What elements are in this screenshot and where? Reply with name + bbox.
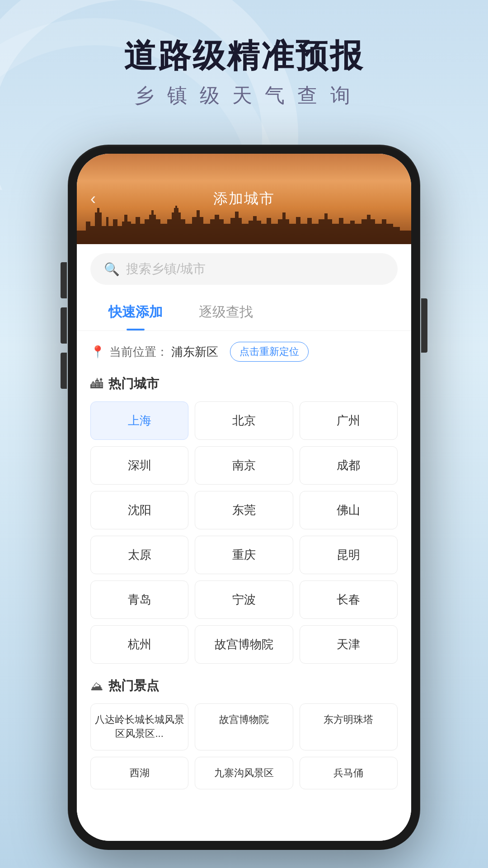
hot-attractions-title: 热门景点	[108, 677, 159, 694]
city-btn-chengdu[interactable]: 成都	[300, 446, 398, 485]
attraction-btn-jiuzhaigou[interactable]: 九寨沟风景区	[195, 757, 293, 790]
attraction-btn-badaling[interactable]: 八达岭长城长城风景区风景区...	[90, 703, 188, 750]
attraction-btn-gugong[interactable]: 故宫博物院	[195, 703, 293, 750]
tab-quick-add[interactable]: 快速添加	[90, 294, 181, 330]
attraction-btn-orientalpearl[interactable]: 东方明珠塔	[300, 703, 398, 750]
city-btn-shenyang[interactable]: 沈阳	[90, 491, 188, 529]
tab-browse[interactable]: 逐级查找	[181, 294, 271, 330]
city-grid: 上海 北京 广州 深圳 南京 成都 沈阳 东莞 佛山 太原 重庆 昆明 青岛 宁…	[90, 401, 398, 664]
city-btn-shenzhen[interactable]: 深圳	[90, 446, 188, 485]
attraction-btn-terracotta[interactable]: 兵马俑	[300, 757, 398, 790]
app-header: ‹ 添加城市	[77, 154, 411, 244]
hot-attractions-header: ⛰ 热门景点	[90, 677, 398, 694]
city-btn-ningbo[interactable]: 宁波	[195, 580, 293, 619]
city-btn-gugong[interactable]: 故宫博物院	[195, 625, 293, 664]
city-btn-shanghai[interactable]: 上海	[90, 401, 188, 440]
location-label: 当前位置： 浦东新区	[109, 344, 218, 360]
city-icon: 🏙	[90, 377, 103, 392]
mountain-icon: ⛰	[90, 679, 103, 693]
city-btn-nanjing[interactable]: 南京	[195, 446, 293, 485]
search-container: 🔍 搜索乡镇/城市	[77, 244, 411, 294]
location-pin-icon: 📍	[90, 345, 105, 359]
city-btn-beijing[interactable]: 北京	[195, 401, 293, 440]
search-placeholder: 搜索乡镇/城市	[126, 260, 384, 278]
city-btn-guangzhou[interactable]: 广州	[300, 401, 398, 440]
attraction-btn-westlake[interactable]: 西湖	[90, 757, 188, 790]
city-btn-hangzhou[interactable]: 杭州	[90, 625, 188, 664]
location-row: 📍 当前位置： 浦东新区 点击重新定位	[90, 342, 398, 362]
hot-cities-header: 🏙 热门城市	[90, 375, 398, 392]
phone-mockup: ‹ 添加城市 🔍 搜索乡镇/城市 快速添加 逐级查找	[68, 145, 420, 850]
relocate-button[interactable]: 点击重新定位	[230, 342, 309, 362]
city-btn-dongguan[interactable]: 东莞	[195, 491, 293, 529]
city-btn-qingdao[interactable]: 青岛	[90, 580, 188, 619]
city-btn-changchun[interactable]: 长春	[300, 580, 398, 619]
main-title: 道路级精准预报	[0, 36, 488, 75]
city-btn-chongqing[interactable]: 重庆	[195, 536, 293, 574]
city-btn-tianjin[interactable]: 天津	[300, 625, 398, 664]
phone-frame: ‹ 添加城市 🔍 搜索乡镇/城市 快速添加 逐级查找	[68, 145, 420, 850]
city-btn-kunming[interactable]: 昆明	[300, 536, 398, 574]
city-btn-taiyuan[interactable]: 太原	[90, 536, 188, 574]
hot-attractions-section: ⛰ 热门景点 八达岭长城长城风景区风景区... 故宫博物院 东方明珠塔 西湖 九…	[90, 677, 398, 789]
main-subtitle: 乡 镇 级 天 气 查 询	[0, 82, 488, 109]
search-icon: 🔍	[104, 262, 120, 277]
hot-cities-title: 热门城市	[108, 375, 159, 392]
page-header: 道路级精准预报 乡 镇 级 天 气 查 询	[0, 0, 488, 109]
back-button[interactable]: ‹	[90, 189, 96, 208]
phone-screen: ‹ 添加城市 🔍 搜索乡镇/城市 快速添加 逐级查找	[77, 154, 411, 841]
city-btn-foshan[interactable]: 佛山	[300, 491, 398, 529]
attraction-grid: 八达岭长城长城风景区风景区... 故宫博物院 东方明珠塔 西湖 九寨沟风景区 兵…	[90, 703, 398, 789]
search-bar[interactable]: 🔍 搜索乡镇/城市	[90, 253, 398, 285]
tabs-container: 快速添加 逐级查找	[77, 294, 411, 331]
content-area: 📍 当前位置： 浦东新区 点击重新定位 🏙 热门城市 上海 北京 广州	[77, 331, 411, 841]
skyline-svg	[77, 199, 411, 244]
